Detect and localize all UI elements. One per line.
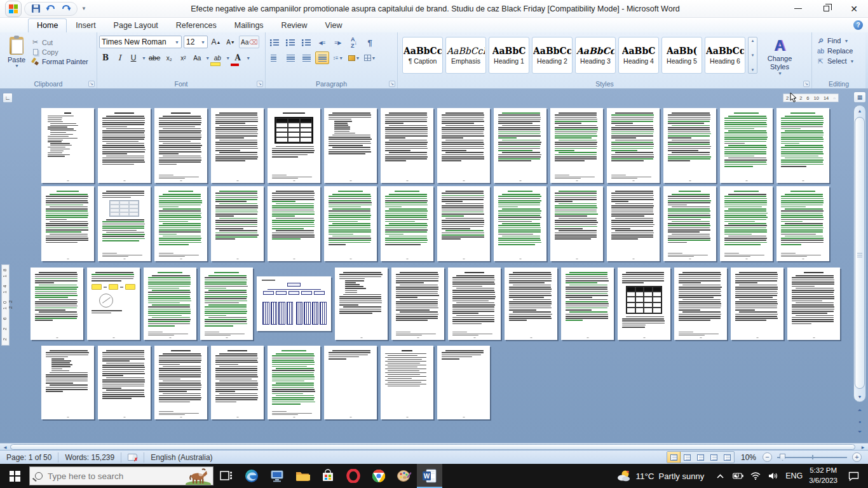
select-button[interactable]: ⇱Select▼: [817, 57, 864, 65]
font-size-combobox[interactable]: 12▼: [184, 36, 208, 48]
page-thumbnail[interactable]: [154, 346, 207, 419]
store-taskbar-icon[interactable]: [315, 464, 341, 488]
clear-formatting-button[interactable]: Aa⌫: [239, 36, 259, 48]
numbering-button[interactable]: [283, 36, 297, 49]
tab-mailings[interactable]: Mailings: [226, 18, 273, 32]
scroll-up-icon[interactable]: ▲: [853, 105, 866, 116]
style-heading-1[interactable]: AaBbCHeading 1: [489, 37, 529, 74]
align-left-button[interactable]: [268, 51, 281, 64]
zoom-slider[interactable]: [777, 452, 847, 462]
decrease-indent-button[interactable]: ◀≡: [315, 36, 329, 49]
page-thumbnail[interactable]: [381, 346, 433, 419]
input-language[interactable]: ENG: [785, 471, 803, 480]
draft-view-button[interactable]: [721, 452, 734, 463]
search-highlight-image[interactable]: [184, 467, 213, 485]
paste-button[interactable]: Paste ▼: [2, 34, 31, 78]
vertical-scrollbar[interactable]: ▦ ▲ ▼ ⏶ ● ⏷: [851, 92, 866, 440]
page-thumbnail[interactable]: [663, 186, 716, 261]
full-screen-reading-view-button[interactable]: [681, 452, 694, 463]
battery-icon[interactable]: [732, 473, 743, 479]
redo-icon[interactable]: [60, 3, 72, 15]
page-thumbnail[interactable]: [144, 268, 196, 340]
chrome-taskbar-icon[interactable]: [366, 464, 391, 488]
page-thumbnail[interactable]: [494, 186, 546, 261]
page-thumbnail[interactable]: [98, 346, 151, 419]
page-thumbnail[interactable]: [335, 268, 388, 340]
page-thumbnail[interactable]: [41, 108, 94, 183]
page-thumbnail[interactable]: [550, 186, 603, 261]
page-thumbnail[interactable]: [324, 186, 377, 261]
page-thumbnail[interactable]: [561, 268, 614, 340]
highlight-dropdown-icon[interactable]: ▼: [226, 56, 230, 60]
text-highlight-button[interactable]: ab: [211, 51, 224, 64]
page-thumbnail[interactable]: [268, 346, 320, 419]
page-thumbnail[interactable]: [674, 268, 727, 340]
page-thumbnail[interactable]: [391, 268, 444, 340]
help-icon[interactable]: ?: [853, 20, 863, 30]
underline-dropdown-icon[interactable]: ▼: [142, 56, 146, 60]
change-case-button[interactable]: Aa: [191, 51, 203, 64]
page-thumbnail[interactable]: [211, 108, 264, 183]
page-thumbnail[interactable]: [720, 108, 773, 183]
paint-taskbar-icon[interactable]: [391, 464, 417, 488]
weather-widget[interactable]: 11°C Partly sunny: [613, 470, 708, 482]
office-button[interactable]: [5, 1, 22, 17]
page-thumbnail[interactable]: [87, 268, 140, 340]
copy-button[interactable]: Copy: [31, 48, 88, 56]
restore-button[interactable]: [812, 0, 840, 18]
hidden-icons-chevron-icon[interactable]: [714, 474, 726, 478]
customize-quick-access-icon[interactable]: ▼: [81, 6, 86, 11]
replace-button[interactable]: abReplace: [817, 47, 864, 55]
close-button[interactable]: ✕: [840, 0, 868, 18]
word-taskbar-icon[interactable]: W: [417, 464, 442, 488]
horizontal-scrollbar[interactable]: ◀ ▶: [0, 443, 868, 450]
tab-view[interactable]: View: [316, 18, 351, 32]
page-thumbnail[interactable]: [98, 186, 151, 261]
page-thumbnail[interactable]: [41, 346, 94, 419]
font-name-combobox[interactable]: Times New Roman▼: [99, 36, 182, 48]
page-thumbnail[interactable]: [776, 186, 829, 261]
print-layout-view-button[interactable]: [667, 452, 681, 463]
page-thumbnail[interactable]: [211, 346, 264, 419]
page-thumbnail[interactable]: [607, 186, 660, 261]
edge-taskbar-icon[interactable]: [239, 464, 264, 488]
font-size-dropdown-icon[interactable]: ▼: [198, 40, 205, 44]
style-emphasis[interactable]: AaBbCcDdEmphasis: [445, 37, 486, 74]
page-thumbnail[interactable]: [200, 268, 253, 340]
page-thumbnail[interactable]: [494, 108, 546, 183]
page-thumbnail[interactable]: [324, 108, 377, 183]
sort-button[interactable]: AZ↓: [347, 36, 361, 49]
page-thumbnail[interactable]: [448, 268, 501, 340]
search-input[interactable]: [48, 471, 156, 481]
page-thumbnail[interactable]: [607, 108, 660, 183]
change-styles-button[interactable]: A Change Styles ▼: [759, 34, 801, 77]
proofing-status[interactable]: [121, 452, 144, 463]
change-case-dropdown-icon[interactable]: ▼: [205, 56, 210, 60]
borders-button[interactable]: ▼: [363, 51, 377, 64]
style-heading-3[interactable]: AaBbCciHeading 3: [575, 37, 616, 74]
opera-taskbar-icon[interactable]: [341, 464, 366, 488]
style-heading-2[interactable]: AaBbCclHeading 2: [532, 37, 573, 74]
tab-home[interactable]: Home: [28, 18, 67, 32]
style-heading-4[interactable]: AaBbCHeading 4: [618, 37, 659, 74]
zoom-level[interactable]: 10%: [740, 453, 757, 462]
page-thumbnail[interactable]: [618, 268, 670, 340]
line-spacing-button[interactable]: ↕≡▼: [331, 51, 345, 64]
styles-gallery-scrollbar[interactable]: ▲▼▼: [748, 37, 757, 74]
bold-button[interactable]: B: [99, 51, 112, 64]
font-color-button[interactable]: A: [231, 51, 244, 64]
word-count[interactable]: Words: 15,239: [58, 452, 121, 463]
align-center-button[interactable]: [283, 51, 297, 64]
page-thumbnail[interactable]: [381, 108, 433, 183]
minimize-button[interactable]: [784, 0, 812, 18]
page-thumbnail[interactable]: [437, 186, 490, 261]
page-thumbnail[interactable]: [268, 186, 320, 261]
vertical-scrollbar-thumb[interactable]: [855, 117, 865, 389]
task-view-taskbar-icon[interactable]: [214, 464, 239, 488]
font-name-dropdown-icon[interactable]: ▼: [172, 40, 179, 44]
paste-dropdown-icon[interactable]: ▼: [15, 64, 19, 68]
page-thumbnail[interactable]: [505, 268, 557, 340]
page-thumbnail[interactable]: [31, 268, 83, 340]
page-thumbnail[interactable]: [787, 268, 840, 340]
taskbar-clock[interactable]: 5:32 PM 3/6/2023: [809, 466, 837, 485]
